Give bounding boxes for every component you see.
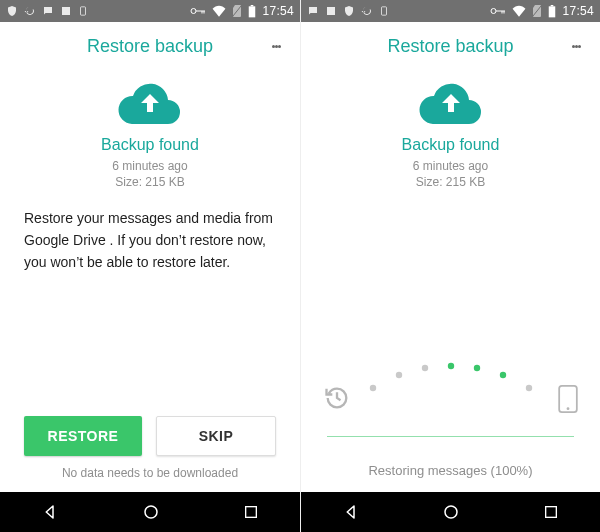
restore-explanation: Restore your messages and media from Goo… — [0, 190, 300, 273]
svg-point-13 — [395, 372, 401, 378]
device-icon — [78, 5, 88, 17]
backup-age: 6 minutes ago — [112, 158, 187, 174]
svg-rect-10 — [549, 6, 556, 17]
svg-point-21 — [445, 506, 457, 518]
shield-icon — [6, 5, 18, 17]
page-title: Restore backup — [87, 36, 213, 57]
backup-found-label: Backup found — [101, 136, 199, 154]
status-bar: 17:54 — [301, 0, 600, 22]
phone-icon — [557, 384, 579, 418]
history-icon — [323, 384, 351, 416]
battery-icon — [248, 5, 256, 18]
download-footnote: No data needs to be downloaded — [0, 466, 300, 480]
chat-icon — [42, 5, 54, 17]
device-icon — [379, 5, 389, 17]
progress-text: Restoring messages (100%) — [368, 463, 532, 478]
chat-icon — [307, 5, 319, 17]
svg-rect-4 — [251, 5, 254, 6]
svg-point-12 — [369, 385, 375, 391]
svg-rect-3 — [249, 6, 256, 17]
image-icon — [325, 5, 337, 17]
svg-rect-6 — [245, 507, 256, 518]
nav-recent-icon[interactable] — [543, 504, 559, 520]
backup-size: Size: 215 KB — [413, 174, 488, 190]
page-title: Restore backup — [387, 36, 513, 57]
backup-summary: Backup found 6 minutes ago Size: 215 KB — [301, 70, 600, 190]
progress-area: Restoring messages (100%) — [301, 358, 600, 492]
refresh-icon — [24, 5, 36, 17]
backup-summary: Backup found 6 minutes ago Size: 215 KB — [0, 70, 300, 190]
backup-size: Size: 215 KB — [112, 174, 187, 190]
header: Restore backup — [301, 22, 600, 70]
svg-point-5 — [145, 506, 157, 518]
svg-point-20 — [566, 407, 569, 410]
key-icon — [490, 6, 506, 16]
refresh-icon — [361, 5, 373, 17]
wifi-icon — [212, 5, 226, 17]
screen-restore-prompt: 17:54 Restore backup Backup found 6 minu… — [0, 0, 300, 532]
nav-back-icon[interactable] — [342, 503, 360, 521]
nav-bar — [0, 492, 300, 532]
battery-icon — [548, 5, 556, 18]
progress-arc — [327, 358, 575, 418]
svg-point-16 — [473, 365, 479, 371]
more-options-button[interactable] — [258, 22, 294, 70]
shield-icon — [343, 5, 355, 17]
svg-point-1 — [191, 9, 196, 14]
nav-back-icon[interactable] — [41, 503, 59, 521]
nav-home-icon[interactable] — [442, 503, 460, 521]
backup-found-label: Backup found — [402, 136, 500, 154]
backup-age: 6 minutes ago — [413, 158, 488, 174]
clock: 17:54 — [262, 4, 294, 18]
restore-button[interactable]: RESTORE — [24, 416, 142, 456]
status-bar: 17:54 — [0, 0, 300, 22]
backup-meta: 6 minutes ago Size: 215 KB — [112, 158, 187, 190]
wifi-icon — [512, 5, 526, 17]
image-icon — [60, 5, 72, 17]
svg-point-14 — [421, 365, 427, 371]
key-icon — [190, 6, 206, 16]
screen-restore-progress: 17:54 Restore backup Backup found 6 minu… — [300, 0, 600, 532]
cloud-upload-icon — [118, 80, 182, 126]
nav-recent-icon[interactable] — [243, 504, 259, 520]
svg-rect-11 — [551, 5, 554, 6]
nav-home-icon[interactable] — [142, 503, 160, 521]
more-options-button[interactable] — [558, 22, 594, 70]
skip-button[interactable]: SKIP — [156, 416, 276, 456]
cloud-upload-icon — [419, 80, 483, 126]
svg-point-18 — [525, 385, 531, 391]
svg-point-17 — [499, 372, 505, 378]
svg-rect-7 — [382, 7, 387, 15]
clock: 17:54 — [562, 4, 594, 18]
svg-point-8 — [491, 9, 496, 14]
svg-rect-0 — [81, 7, 86, 15]
no-sim-icon — [232, 5, 242, 17]
backup-meta: 6 minutes ago Size: 215 KB — [413, 158, 488, 190]
svg-rect-22 — [545, 507, 556, 518]
svg-point-15 — [447, 363, 453, 369]
header: Restore backup — [0, 22, 300, 70]
nav-bar — [301, 492, 600, 532]
progress-underline — [327, 436, 574, 437]
no-sim-icon — [532, 5, 542, 17]
